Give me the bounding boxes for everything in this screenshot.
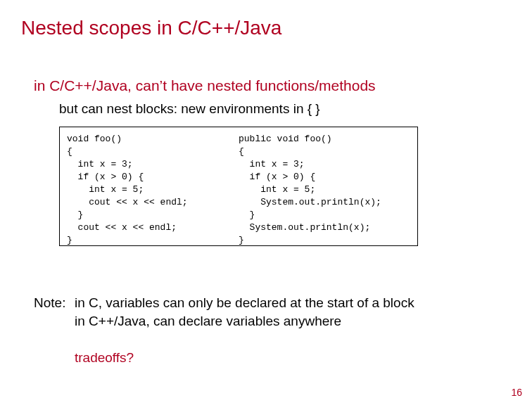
code-column-left: void foo() { int x = 3; if (x > 0) { int… <box>67 133 239 240</box>
code-box: void foo() { int x = 3; if (x > 0) { int… <box>59 127 418 246</box>
note-line-2: in C++/Java, can declare variables anywh… <box>75 314 341 329</box>
page-number: 16 <box>511 387 522 398</box>
code-column-right: public void foo() { int x = 3; if (x > 0… <box>239 133 410 240</box>
tradeoffs-text: tradeoffs? <box>75 350 134 366</box>
note-label: Note: <box>34 295 75 311</box>
subtitle-line-1: in C/C++/Java, can’t have nested functio… <box>34 77 376 94</box>
note-line-1: in C, variables can only be declared at … <box>75 295 414 311</box>
slide-title: Nested scopes in C/C++/Java <box>21 17 281 39</box>
slide: Nested scopes in C/C++/Java in C/C++/Jav… <box>0 0 532 405</box>
note-row-1: Note: in C, variables can only be declar… <box>34 295 414 311</box>
subtitle-line-2: but can nest blocks: new environments in… <box>59 101 320 117</box>
